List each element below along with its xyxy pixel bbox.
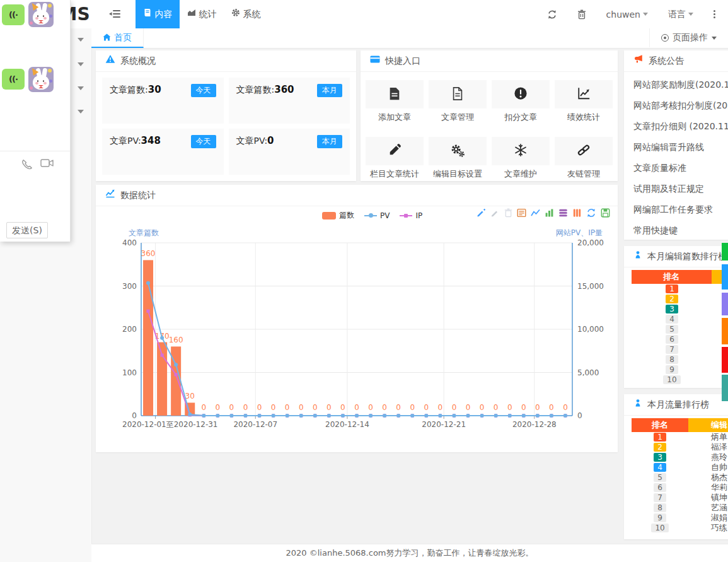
data-view-icon[interactable]: [517, 208, 526, 218]
page-operations-menu[interactable]: 页面操作: [649, 28, 728, 47]
rank-badge: 8: [654, 503, 666, 512]
username: chuwen: [606, 9, 640, 20]
user-menu[interactable]: chuwen: [596, 0, 658, 28]
tiled-icon[interactable]: [572, 208, 582, 218]
bar-chart-icon[interactable]: [545, 208, 554, 218]
rabbit-sticker: [28, 2, 54, 27]
rank-badge: 3: [654, 453, 666, 462]
editor-name: 华莉: [688, 483, 728, 493]
quick-entry-item[interactable]: 栏目文章统计: [366, 137, 424, 180]
announcement-item[interactable]: 文章扣分细则 (2020.11.9: [624, 116, 728, 137]
megaphone-icon: [633, 50, 644, 71]
chart-legend: 篇数 PV IP: [322, 210, 422, 221]
card-label: 文章篇数:: [236, 85, 275, 95]
nav-tabs: 内容 统计 系统: [136, 0, 268, 28]
panel-traffic-ranking: 本月流量排行榜 排名 编辑 1炳单2福泽3燕玲4自帅5杨杰6华莉7镇坤8艺涵9淑…: [624, 394, 728, 539]
svg-text:0: 0: [396, 403, 401, 412]
table-row: 2: [632, 294, 728, 304]
panel-title: 数据统计: [120, 185, 156, 206]
send-button[interactable]: 发送(S): [6, 222, 48, 238]
stats-chart[interactable]: 010020030040005,00010,00015,00020,000202…: [96, 223, 618, 450]
quick-entry-item[interactable]: 编辑目标设置: [429, 137, 487, 180]
tab-system[interactable]: 系统: [224, 0, 268, 28]
announcement-item[interactable]: 网站部考核扣分制度(2020: [624, 95, 728, 116]
announcement-item[interactable]: 文章质量标准: [624, 158, 728, 179]
announcement-item[interactable]: 网编部工作任务要求: [624, 199, 728, 220]
language-label: 语言: [668, 9, 686, 20]
tab-home[interactable]: 首页: [91, 28, 144, 48]
table-row: 4自帅: [632, 462, 728, 472]
announcement-item[interactable]: 常用快捷键: [624, 220, 728, 241]
quick-entry-item[interactable]: 文章管理: [429, 80, 487, 123]
quick-entry-item[interactable]: 友链管理: [555, 137, 613, 180]
voice-message-bubble[interactable]: ((·: [2, 4, 25, 25]
clear-icon[interactable]: [504, 208, 512, 218]
panel-title: 系统公告: [649, 50, 684, 71]
restore-icon[interactable]: [586, 208, 596, 218]
divider: [0, 151, 70, 151]
quick-entry-item[interactable]: 绩效统计: [555, 80, 613, 123]
quick-entry-item[interactable]: 文章维护: [492, 137, 550, 180]
quick-entry-item[interactable]: 添加文章: [366, 80, 424, 123]
legend-item-ip[interactable]: IP: [400, 211, 422, 220]
announcement-item[interactable]: 网站部奖励制度(2020.11.9: [624, 74, 728, 95]
quick-entry-label: 文章维护: [492, 168, 550, 180]
panel-title: 系统概况: [120, 50, 156, 71]
sidebar-caret-icon[interactable]: [78, 110, 84, 117]
alert-triangle-icon: [105, 50, 115, 71]
more-menu-icon[interactable]: [703, 0, 725, 28]
editor-ranking-table: 排名 编辑 12345678910: [632, 270, 728, 385]
refresh-icon[interactable]: [537, 0, 567, 28]
editor-name: 自帅: [688, 462, 728, 472]
tab-stats[interactable]: 统计: [180, 0, 224, 28]
svg-text:0: 0: [257, 403, 262, 412]
sidebar-caret-icon[interactable]: [78, 86, 84, 93]
table-row: 8: [632, 354, 728, 365]
sidebar-caret-icon[interactable]: [78, 62, 84, 69]
quick-entry-item[interactable]: 扣分文章: [492, 80, 550, 123]
video-call-icon[interactable]: [40, 158, 54, 173]
stack-icon[interactable]: [558, 208, 568, 218]
svg-text:15,000: 15,000: [577, 282, 604, 291]
period-badge: 本月: [317, 84, 342, 97]
svg-text:0: 0: [424, 403, 429, 412]
phone-icon[interactable]: [21, 158, 33, 173]
editor-name: 镇坤: [688, 493, 728, 503]
mark-icon[interactable]: [477, 208, 486, 218]
table-row: 10巧练: [632, 523, 728, 533]
panel-quick-entry: 快捷入口 添加文章 文章管理 扣分文章 绩效统计 栏目文章统计 编辑目标设置 文…: [361, 50, 618, 181]
announcement-list: 网站部奖励制度(2020.11.9网站部考核扣分制度(2020文章扣分细则 (2…: [624, 72, 728, 241]
announcement-item[interactable]: 网站编辑晋升路线: [624, 137, 728, 158]
quick-entry-label: 文章管理: [429, 112, 487, 123]
svg-text:0: 0: [271, 403, 276, 412]
line-chart-icon: [105, 185, 115, 206]
card-label: 文章PV:: [110, 136, 141, 146]
overview-cards: 今天 文章篇数:30本月 文章篇数:360今天 文章PV:348本月 文章PV:…: [96, 71, 356, 181]
svg-text:2020-12-01至2020-12-31: 2020-12-01至2020-12-31: [122, 420, 217, 429]
panel-title: 本月编辑篇数排行榜: [647, 246, 727, 267]
announcement-item[interactable]: 试用期及转正规定: [624, 179, 728, 199]
tab-content[interactable]: 内容: [136, 0, 180, 28]
column-header-rank: 排名: [632, 270, 712, 284]
save-image-icon[interactable]: [601, 208, 610, 218]
line-marker-icon: [400, 215, 412, 216]
svg-text:360: 360: [141, 249, 156, 258]
page-tabbar: 首页 页面操作: [91, 28, 728, 49]
edit-icon[interactable]: [490, 208, 500, 218]
quick-entry-grid: 添加文章 文章管理 扣分文章 绩效统计 栏目文章统计 编辑目标设置 文章维护 友…: [361, 71, 618, 181]
menu-fold-icon[interactable]: [109, 9, 120, 20]
sidebar-caret-icon[interactable]: [78, 38, 84, 45]
legend-item-pv[interactable]: PV: [364, 211, 390, 220]
line-chart-icon[interactable]: [531, 208, 540, 218]
rank-badge: 10: [651, 524, 668, 532]
svg-text:0: 0: [326, 403, 332, 412]
language-menu[interactable]: 语言: [658, 0, 703, 28]
svg-text:0: 0: [494, 403, 499, 412]
trash-icon[interactable]: [567, 0, 596, 28]
svg-text:0: 0: [507, 403, 512, 412]
svg-text:0: 0: [535, 403, 540, 412]
legend-item-articles[interactable]: 篇数: [322, 210, 354, 221]
svg-text:0: 0: [452, 403, 457, 412]
svg-text:0: 0: [201, 403, 206, 412]
voice-message-bubble[interactable]: ((·: [2, 69, 25, 90]
